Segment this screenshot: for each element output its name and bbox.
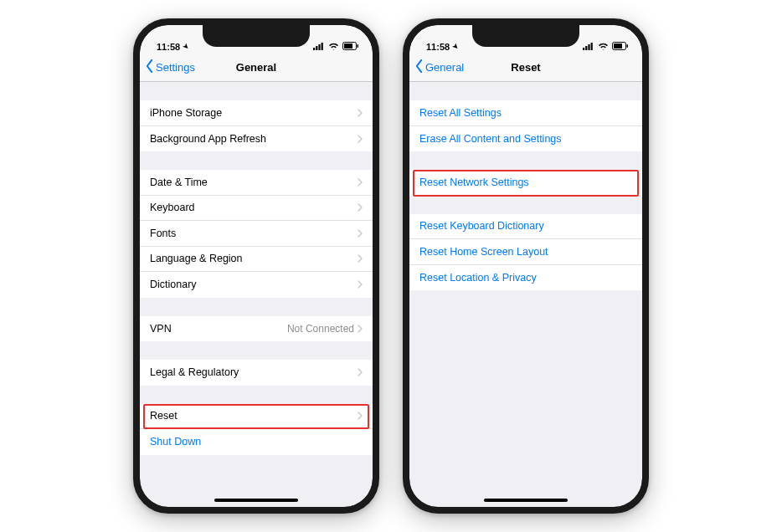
row-label: Erase All Content and Settings (419, 133, 632, 145)
back-button[interactable]: General (414, 59, 464, 75)
chevron-left-icon (145, 59, 154, 75)
location-icon: ➤ (182, 42, 191, 51)
row-erase-all-content[interactable]: Erase All Content and Settings (409, 126, 642, 152)
row-reset-keyboard-dictionary[interactable]: Reset Keyboard Dictionary (409, 214, 642, 240)
phone-general: 11:58 ➤ Settings General iPhone Storage (133, 18, 379, 514)
row-label: Dictionary (150, 279, 358, 290)
row-label: Reset Network Settings (419, 176, 632, 188)
group-reset-other: Reset Keyboard Dictionary Reset Home Scr… (409, 214, 642, 291)
row-label: Fonts (150, 228, 358, 239)
row-legal-regulatory[interactable]: Legal & Regulatory (140, 360, 373, 386)
chevron-right-icon (358, 368, 363, 376)
side-button-right[interactable] (373, 142, 375, 194)
chevron-right-icon (358, 254, 363, 263)
nav-bar: General Reset (409, 54, 642, 82)
wifi-icon (328, 42, 339, 52)
row-fonts[interactable]: Fonts (140, 221, 373, 247)
home-indicator[interactable] (214, 499, 298, 502)
row-label: Reset Keyboard Dictionary (419, 220, 632, 232)
group-preferences: Date & Time Keyboard Fonts Language & Re… (140, 170, 373, 298)
row-label: Shut Down (150, 436, 363, 448)
row-label: Language & Region (150, 253, 358, 264)
back-label: Settings (156, 61, 195, 74)
row-reset-network-settings[interactable]: Reset Network Settings (409, 170, 642, 196)
group-reset-network: Reset Network Settings (409, 170, 642, 196)
chevron-left-icon (414, 59, 424, 75)
row-shut-down[interactable]: Shut Down (140, 429, 373, 455)
back-label: General (425, 61, 464, 74)
row-keyboard[interactable]: Keyboard (140, 196, 373, 222)
chevron-right-icon (358, 325, 363, 333)
row-date-time[interactable]: Date & Time (140, 170, 373, 196)
row-label: Legal & Regulatory (150, 366, 358, 378)
settings-list: Reset All Settings Erase All Content and… (409, 100, 642, 290)
row-reset-home-screen-layout[interactable]: Reset Home Screen Layout (409, 239, 642, 265)
svg-rect-2 (318, 44, 320, 50)
row-language-region[interactable]: Language & Region (140, 247, 373, 273)
home-indicator[interactable] (484, 499, 568, 502)
row-background-app-refresh[interactable]: Background App Refresh (140, 126, 373, 152)
phone-reset: 11:58 ➤ General Reset Reset All Settings (403, 18, 649, 514)
battery-icon (612, 42, 629, 52)
row-label: Reset Location & Privacy (419, 272, 632, 284)
group-vpn: VPN Not Connected (140, 316, 373, 342)
svg-rect-8 (585, 46, 587, 50)
svg-rect-9 (588, 44, 589, 50)
nav-bar: Settings General (140, 54, 373, 82)
row-detail: Not Connected (287, 323, 354, 335)
row-label: VPN (150, 323, 287, 335)
svg-rect-13 (627, 44, 629, 48)
side-button-right[interactable] (642, 142, 645, 194)
battery-icon (342, 42, 359, 52)
chevron-right-icon (358, 229, 363, 238)
svg-rect-10 (591, 43, 593, 50)
screen: 11:58 ➤ General Reset Reset All Settings (409, 25, 642, 507)
status-time: 11:58 (426, 42, 450, 52)
svg-rect-12 (614, 43, 622, 49)
svg-rect-5 (344, 43, 352, 49)
back-button[interactable]: Settings (145, 59, 195, 75)
svg-rect-1 (316, 46, 317, 50)
chevron-right-icon (358, 178, 363, 187)
svg-rect-6 (358, 44, 359, 48)
row-reset-location-privacy[interactable]: Reset Location & Privacy (409, 265, 642, 291)
row-label: Background App Refresh (150, 133, 358, 145)
cellular-icon (313, 42, 325, 52)
row-reset[interactable]: Reset (140, 404, 373, 430)
chevron-right-icon (358, 135, 363, 143)
row-label: Date & Time (150, 176, 358, 188)
row-vpn[interactable]: VPN Not Connected (140, 316, 373, 342)
row-label: Reset Home Screen Layout (419, 246, 632, 258)
location-icon: ➤ (451, 42, 460, 51)
svg-rect-0 (313, 48, 315, 50)
settings-list: iPhone Storage Background App Refresh Da… (140, 100, 373, 455)
row-label: iPhone Storage (150, 107, 358, 119)
row-iphone-storage[interactable]: iPhone Storage (140, 100, 373, 126)
notch (203, 25, 310, 47)
chevron-right-icon (358, 412, 363, 420)
chevron-right-icon (358, 203, 363, 212)
svg-rect-3 (322, 43, 323, 50)
status-time: 11:58 (157, 42, 180, 52)
group-reset-main: Reset All Settings Erase All Content and… (409, 100, 642, 151)
group-legal: Legal & Regulatory (140, 360, 373, 386)
screen: 11:58 ➤ Settings General iPhone Storage (140, 25, 373, 507)
wifi-icon (598, 42, 609, 52)
row-label: Keyboard (150, 202, 358, 213)
notch (472, 25, 579, 47)
group-reset: Reset Shut Down (140, 404, 373, 455)
row-label: Reset All Settings (419, 107, 632, 119)
chevron-right-icon (358, 109, 363, 117)
svg-rect-7 (583, 48, 584, 50)
row-reset-all-settings[interactable]: Reset All Settings (409, 100, 642, 126)
chevron-right-icon (358, 280, 363, 289)
group-storage: iPhone Storage Background App Refresh (140, 100, 373, 151)
row-dictionary[interactable]: Dictionary (140, 272, 373, 298)
cellular-icon (583, 42, 594, 52)
row-label: Reset (150, 410, 358, 422)
